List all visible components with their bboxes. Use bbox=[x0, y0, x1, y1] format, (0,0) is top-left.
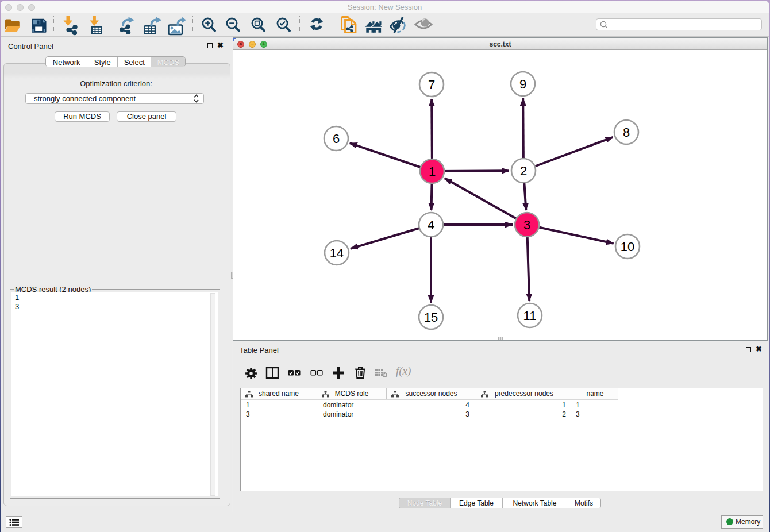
svg-text:11: 11 bbox=[523, 309, 537, 323]
svg-text:10: 10 bbox=[621, 240, 634, 254]
svg-text:15: 15 bbox=[424, 310, 438, 325]
svg-text:1: 1 bbox=[429, 164, 436, 179]
svg-text:4: 4 bbox=[428, 218, 434, 232]
svg-text:2: 2 bbox=[520, 164, 527, 178]
svg-text:3: 3 bbox=[523, 218, 530, 232]
svg-text:14: 14 bbox=[330, 246, 344, 260]
svg-text:7: 7 bbox=[428, 78, 435, 92]
svg-text:6: 6 bbox=[333, 132, 340, 146]
svg-text:9: 9 bbox=[519, 77, 526, 91]
svg-text:8: 8 bbox=[623, 125, 630, 140]
